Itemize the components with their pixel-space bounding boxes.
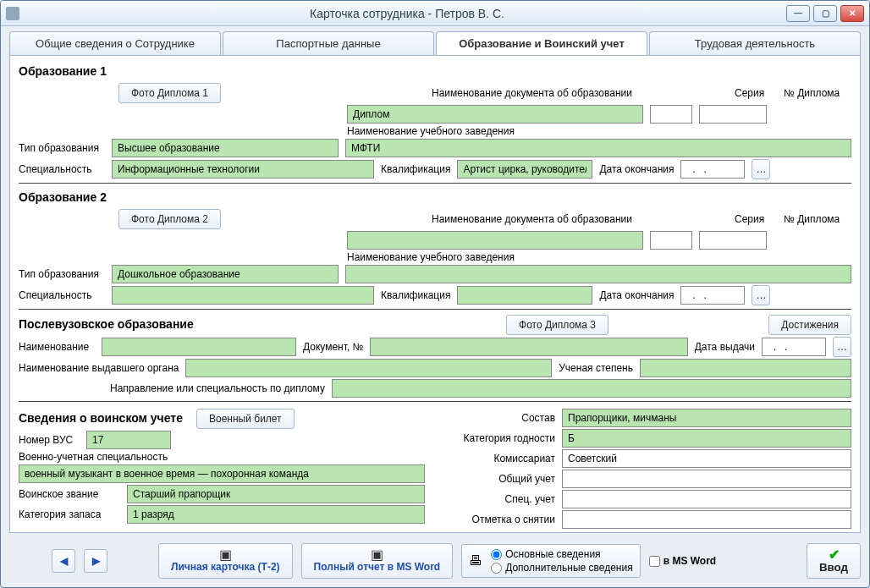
next-record-button[interactable]: ▶ — [84, 549, 107, 573]
edu1-inst-input[interactable] — [345, 139, 851, 157]
edu2-end-label: Дата окончания — [599, 289, 674, 301]
post-name-input[interactable] — [102, 338, 296, 356]
post-date-picker-button[interactable]: … — [833, 337, 851, 357]
edu2-qual-label: Квалификация — [381, 289, 450, 301]
mil-specacct-label: Спец. учет — [445, 493, 555, 505]
tab-bar: Общие сведения о Сотруднике Паспортные д… — [9, 31, 861, 55]
post-docno-input[interactable] — [370, 338, 687, 356]
edu1-diplomano-input[interactable] — [699, 105, 767, 124]
employee-card-window: Карточка сотрудника - Петров В. С. — ▢ ✕… — [0, 0, 870, 588]
app-icon — [6, 7, 19, 20]
edu1-photo-button[interactable]: Фото Диплома 1 — [118, 83, 221, 103]
edu1-series-input[interactable] — [650, 105, 692, 124]
tab-general[interactable]: Общие сведения о Сотруднике — [9, 31, 221, 55]
post-direction-label: Направление или специальность по диплому — [110, 382, 325, 394]
minimize-button[interactable]: — — [786, 5, 810, 22]
radio-extra-info[interactable]: Дополнительные сведения — [491, 562, 632, 574]
post-issuer-input[interactable] — [185, 359, 552, 377]
edu1-docname-input[interactable] — [347, 105, 643, 124]
edu2-type-label: Тип образования — [19, 268, 105, 280]
edu2-inst-input[interactable] — [345, 265, 851, 283]
edu2-diplomano-input[interactable] — [699, 231, 767, 250]
edu2-spec-input[interactable] — [112, 286, 374, 305]
mil-remove-input[interactable] — [562, 510, 851, 529]
full-report-word-label: Полный отчет в MS Word — [314, 561, 441, 573]
edu1-diplomano-label: № Диплома — [784, 87, 840, 99]
full-report-word-button[interactable]: ▣ Полный отчет в MS Word — [301, 543, 454, 579]
mil-rank-input[interactable] — [127, 485, 425, 503]
edu2-heading: Образование 2 — [19, 190, 107, 204]
edu1-spec-input[interactable] — [112, 160, 374, 179]
mil-fit-label: Категория годности — [445, 432, 555, 444]
post-degree-input[interactable] — [640, 359, 851, 377]
prev-record-button[interactable]: ◀ — [52, 549, 75, 573]
post-issuedate-input[interactable] — [762, 338, 826, 356]
edu2-docname-input[interactable] — [347, 231, 643, 250]
mil-vus-label: Номер ВУС — [19, 434, 80, 446]
tab-work[interactable]: Трудовая деятельность — [649, 31, 861, 55]
tab-passport[interactable]: Паспортные данные — [223, 31, 434, 55]
report-options-group: 🖶 Основные сведения Дополнительные сведе… — [461, 544, 640, 579]
printer-icon: 🖶 — [469, 553, 482, 569]
mil-vusspec-label: Военно-учетная специальность — [19, 451, 168, 463]
mil-general-input[interactable] — [562, 470, 851, 488]
mil-comm-label: Комиссариат — [445, 453, 555, 464]
enter-button[interactable]: ✔ Ввод — [807, 543, 861, 579]
edu1-qual-label: Квалификация — [381, 163, 450, 175]
edu1-heading: Образование 1 — [19, 64, 107, 78]
edu1-end-input[interactable] — [680, 160, 745, 179]
edu1-type-input[interactable] — [112, 139, 339, 157]
edu2-spec-label: Специальность — [19, 289, 105, 301]
post-degree-label: Ученая степень — [559, 362, 633, 374]
mil-fit-input[interactable] — [562, 429, 851, 448]
titlebar: Карточка сотрудника - Петров В. С. — ▢ ✕ — [1, 1, 869, 26]
edu1-spec-label: Специальность — [19, 163, 105, 175]
maximize-button[interactable]: ▢ — [813, 5, 837, 22]
post-issuer-label: Наименование выдавшего органа — [19, 362, 179, 374]
military-ticket-button[interactable]: Военный билет — [196, 409, 295, 429]
mil-comp-input[interactable] — [562, 409, 851, 427]
edu1-date-picker-button[interactable]: … — [752, 159, 770, 179]
mil-remove-label: Отметка о снятии — [445, 514, 555, 525]
mil-comp-label: Состав — [445, 412, 555, 424]
edu2-photo-button[interactable]: Фото Диплома 2 — [118, 209, 221, 229]
edu2-end-input[interactable] — [680, 286, 745, 305]
mil-specacct-input[interactable] — [562, 490, 851, 508]
check-icon: ✔ — [829, 549, 840, 561]
edu1-end-label: Дата окончания — [599, 163, 674, 175]
mil-reserve-input[interactable] — [127, 505, 425, 524]
edu2-qual-input[interactable] — [457, 286, 592, 305]
window-title: Карточка сотрудника - Петров В. С. — [28, 7, 786, 20]
post-direction-input[interactable] — [332, 379, 851, 398]
mil-comm-input[interactable] — [562, 449, 851, 468]
post-heading: Послевузовское образование — [19, 317, 194, 331]
achievements-button[interactable]: Достижения — [768, 315, 851, 335]
edu2-type-input[interactable] — [112, 265, 339, 283]
post-name-label: Наименование — [19, 341, 95, 353]
personal-card-t2-label: Личная карточка (Т-2) — [171, 561, 280, 573]
word-checkbox[interactable]: в MS Word — [649, 555, 716, 567]
edu1-series-label: Серия — [735, 87, 764, 99]
edu1-qual-input[interactable] — [457, 160, 592, 179]
mil-vus-input[interactable] — [86, 431, 171, 449]
edu2-series-input[interactable] — [650, 231, 692, 250]
tab-education-military[interactable]: Образование и Воинский учет — [436, 31, 647, 55]
mil-rank-label: Воинское звание — [19, 488, 120, 500]
edu2-date-picker-button[interactable]: … — [752, 285, 770, 305]
mil-general-label: Общий учет — [445, 473, 555, 485]
mil-vusspec-input[interactable] — [19, 464, 425, 483]
edu2-series-label: Серия — [735, 213, 764, 225]
post-docno-label: Документ, № — [303, 341, 363, 353]
edu1-docname-label: Наименование документа об образовании — [432, 87, 632, 99]
document-icon: ▣ — [219, 549, 232, 561]
edu2-diplomano-label: № Диплома — [784, 213, 840, 225]
edu2-inst-label: Наименование учебного заведения — [347, 251, 515, 263]
edu2-docname-label: Наименование документа об образовании — [432, 213, 632, 225]
post-photo-button[interactable]: Фото Диплома 3 — [506, 315, 608, 335]
tab-pane: Образование 1 Фото Диплома 1 Наименовани… — [9, 55, 861, 533]
radio-main-info[interactable]: Основные сведения — [491, 548, 632, 560]
personal-card-t2-button[interactable]: ▣ Личная карточка (Т-2) — [158, 543, 293, 579]
post-issuedate-label: Дата выдачи — [695, 341, 755, 353]
mil-heading: Сведения о воинском учете — [19, 411, 183, 425]
close-button[interactable]: ✕ — [840, 5, 864, 22]
